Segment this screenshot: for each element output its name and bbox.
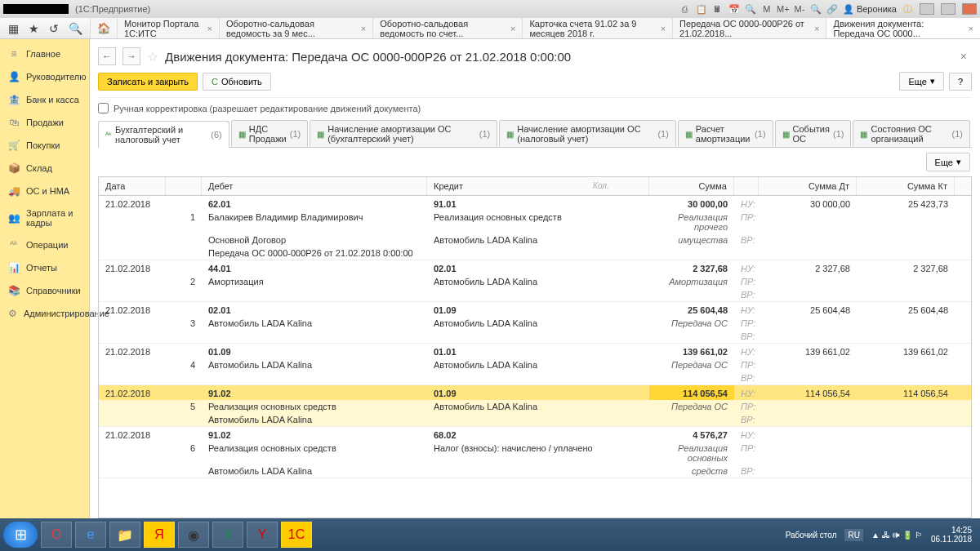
cell-credit-detail <box>427 288 649 301</box>
col-credit[interactable]: КредитКол. <box>427 177 649 195</box>
panel-tab-5[interactable]: Движения документа: Передача ОС 0000...× <box>826 18 980 38</box>
print-icon[interactable]: ⎙ <box>679 3 691 15</box>
tab-close[interactable]: × <box>661 24 666 33</box>
tab-count: (1) <box>755 129 765 139</box>
taskbar-opera[interactable]: O <box>41 522 72 548</box>
save-close-button[interactable]: Записать и закрыть <box>98 73 198 91</box>
col-sum[interactable]: Сумма <box>649 177 734 195</box>
cell-credit-account: 68.02 <box>427 427 649 442</box>
cell-credit-detail <box>427 371 649 384</box>
sidebar-item-11[interactable]: ⚙Администрирование <box>0 302 89 325</box>
favorite-star[interactable]: ☆ <box>147 49 158 64</box>
tab-close[interactable]: × <box>814 24 819 33</box>
panel-tab-home[interactable]: 🏠 <box>90 18 117 38</box>
col-sumdt[interactable]: Сумма Дт <box>759 177 857 195</box>
sidebar-item-10[interactable]: 📚Справочники <box>0 279 89 302</box>
taskbar-excel[interactable]: X <box>212 522 243 548</box>
sidebar-item-0[interactable]: ≡Главное <box>0 42 89 65</box>
window-minimize[interactable] <box>920 3 934 15</box>
sidebar-item-6[interactable]: 🚚ОС и НМА <box>0 180 89 202</box>
mem-m[interactable]: М <box>761 3 773 15</box>
more-button-2[interactable]: Еще ▾ <box>926 153 970 171</box>
col-num[interactable] <box>166 177 202 195</box>
entry-3[interactable]: 21.02.201802.0101.0925 604,48НУ:25 604,4… <box>99 302 971 344</box>
nav-back[interactable]: ← <box>98 47 116 65</box>
calendar-icon[interactable]: 📅 <box>728 3 740 15</box>
col-debit[interactable]: Дебет <box>202 177 427 195</box>
tab-close[interactable]: × <box>510 24 515 33</box>
star-icon[interactable]: ★ <box>29 22 39 35</box>
desktop-label[interactable]: Рабочий стол <box>786 531 837 540</box>
taskbar-chrome[interactable]: ◉ <box>178 522 209 548</box>
cell-date: 21.02.2018 <box>99 302 166 317</box>
panel-tab-1[interactable]: Оборотно-сальдовая ведомость за 9 мес...… <box>219 18 372 38</box>
entry-1[interactable]: 21.02.201862.0191.0130 000,00НУ:30 000,0… <box>99 196 971 260</box>
taskbar-1c[interactable]: 1C <box>281 522 312 548</box>
sidebar-item-3[interactable]: 🛍Продажи <box>0 111 89 134</box>
clock[interactable]: 14:25 06.11.2018 <box>931 526 972 544</box>
more-button[interactable]: Еще ▾ <box>899 72 943 91</box>
taskbar-ie[interactable]: e <box>75 522 106 548</box>
cell-sum-detail: Передача ОС <box>649 358 734 371</box>
inner-tab-2[interactable]: ▦Начисление амортизации ОС (бухгалтерски… <box>310 120 497 147</box>
close-document[interactable]: × <box>956 50 972 63</box>
entry-6[interactable]: 21.02.201891.0268.024 576,27НУ:6Реализац… <box>99 427 971 478</box>
mem-mminus[interactable]: М- <box>794 3 805 15</box>
user-label[interactable]: 👤Вероника <box>843 4 897 15</box>
tab-close[interactable]: × <box>207 24 212 33</box>
cell-sumkt: 25 423,73 <box>857 196 955 211</box>
info-icon[interactable]: ⓘ <box>902 3 913 15</box>
nav-forward[interactable]: → <box>122 47 140 65</box>
inner-tab-4[interactable]: ▦Расчет амортизации (1) <box>678 120 773 147</box>
search-icon[interactable]: 🔍 <box>745 3 756 15</box>
sidebar-item-7[interactable]: 👥Зарплата и кадры <box>0 202 89 233</box>
cell-credit-detail: Автомобиль LADA Kalina <box>427 233 649 247</box>
help-button[interactable]: ? <box>949 73 972 91</box>
glass-icon[interactable]: 🔍 <box>810 3 822 15</box>
mem-mplus[interactable]: М+ <box>777 3 789 15</box>
link-icon[interactable]: 🔗 <box>826 3 838 15</box>
window-restore[interactable] <box>941 3 956 15</box>
sidebar-item-9[interactable]: 📊Отчеты <box>0 256 89 279</box>
sidebar-item-5[interactable]: 📦Склад <box>0 157 89 180</box>
sidebar-item-4[interactable]: 🛒Покупки <box>0 134 89 157</box>
sidebar-item-1[interactable]: 👤Руководителю <box>0 65 89 88</box>
panel-tab-2[interactable]: Оборотно-сальдовая ведомость по счет...× <box>372 18 522 38</box>
col-type[interactable] <box>734 177 759 195</box>
inner-tab-0[interactable]: ᴬᵏБухгалтерский и налоговый учет (6) <box>98 121 229 148</box>
link-icon-2[interactable]: 🔍 <box>69 22 82 35</box>
cell-sum-detail: Реализация основных <box>649 442 734 464</box>
taskbar-explorer[interactable]: 📁 <box>109 522 140 548</box>
col-sumkt[interactable]: Сумма Кт <box>857 177 955 195</box>
panel-tab-0[interactable]: Монитор Портала 1С:ИТС× <box>117 18 219 38</box>
inner-tab-1[interactable]: ▦НДС Продажи (1) <box>231 120 308 147</box>
window-close[interactable] <box>962 3 977 15</box>
panel-tab-3[interactable]: Карточка счета 91.02 за 9 месяцев 2018 г… <box>522 18 672 38</box>
entry-4[interactable]: 21.02.201801.0901.01139 661,02НУ:139 661… <box>99 344 971 385</box>
apps-icon[interactable]: ▦ <box>8 22 19 35</box>
inner-tab-3[interactable]: ▦Начисление амортизации ОС (налоговый уч… <box>499 120 676 147</box>
cell-sumdt: 25 604,48 <box>759 302 857 317</box>
col-date[interactable]: Дата <box>99 177 166 195</box>
inner-tab-6[interactable]: ▦Состояния ОС организаций (1) <box>853 120 970 147</box>
manual-edit-checkbox[interactable] <box>98 103 109 113</box>
start-button[interactable]: ⊞ <box>3 522 38 548</box>
history-icon[interactable]: ↺ <box>49 22 59 35</box>
tab-close[interactable]: × <box>969 24 973 33</box>
calc-icon[interactable]: 🖩 <box>712 3 724 15</box>
panel-tab-4[interactable]: Передача ОС 0000-000Р26 от 21.02.2018...… <box>672 18 826 38</box>
tab-count: (1) <box>952 129 963 139</box>
tab-close[interactable]: × <box>361 24 366 33</box>
lang-indicator[interactable]: RU <box>844 529 862 541</box>
entry-5[interactable]: 21.02.201891.0201.09114 056,54НУ:114 056… <box>99 385 971 427</box>
cell-debit-detail: Передача ОС 0000-000Р26 от 21.02.2018 0:… <box>202 247 427 260</box>
refresh-button[interactable]: СОбновить <box>203 73 271 91</box>
system-tray[interactable]: ▲ 🖧 🕪 🔋 🏳 <box>871 531 923 540</box>
copy-icon[interactable]: 📋 <box>696 3 707 15</box>
inner-tab-5[interactable]: ▦События ОС (1) <box>775 120 852 147</box>
taskbar-ybrowser[interactable]: Y <box>247 522 278 548</box>
sidebar-item-2[interactable]: 🏦Банк и касса <box>0 88 89 111</box>
entry-2[interactable]: 21.02.201844.0102.012 327,68НУ:2 327,682… <box>99 260 971 302</box>
taskbar-yandex[interactable]: Я <box>144 522 175 548</box>
sidebar-item-8[interactable]: ᴬᵏОперации <box>0 233 89 256</box>
